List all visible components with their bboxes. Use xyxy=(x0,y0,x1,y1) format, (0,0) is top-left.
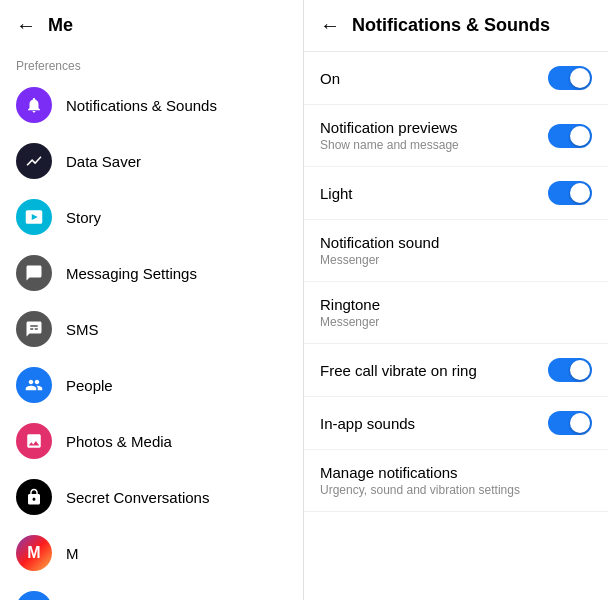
m-icon: M xyxy=(16,535,52,571)
settings-item-notification-sound-left: Notification soundMessenger xyxy=(320,234,439,267)
sidebar-item-story[interactable]: Story xyxy=(0,189,303,245)
sidebar-item-photos[interactable]: Photos & Media xyxy=(0,413,303,469)
right-panel: ← Notifications & Sounds OnNotification … xyxy=(304,0,608,600)
sidebar-item-data-saver[interactable]: Data Saver xyxy=(0,133,303,189)
settings-item-notification-previews-label: Notification previews xyxy=(320,119,459,136)
settings-item-in-app-sounds-left: In-app sounds xyxy=(320,415,415,432)
story-icon xyxy=(16,199,52,235)
settings-item-manage-notifications-sublabel: Urgency, sound and vibration settings xyxy=(320,483,520,497)
sms-label: SMS xyxy=(66,321,287,338)
settings-item-light-left: Light xyxy=(320,185,353,202)
settings-item-free-call-vibrate: Free call vibrate on ring xyxy=(304,344,608,397)
sidebar-item-m[interactable]: MM xyxy=(0,525,303,581)
sidebar-item-translation[interactable]: Translation xyxy=(0,581,303,600)
photos-icon xyxy=(16,423,52,459)
notifications-icon xyxy=(16,87,52,123)
settings-item-on-left: On xyxy=(320,70,340,87)
right-settings-list: OnNotification previewsShow name and mes… xyxy=(304,52,608,512)
data-saver-icon xyxy=(16,143,52,179)
free-call-vibrate-toggle[interactable] xyxy=(548,358,592,382)
notification-previews-toggle[interactable] xyxy=(548,124,592,148)
settings-item-in-app-sounds: In-app sounds xyxy=(304,397,608,450)
sidebar-item-people[interactable]: People xyxy=(0,357,303,413)
settings-item-light: Light xyxy=(304,167,608,220)
settings-item-free-call-vibrate-label: Free call vibrate on ring xyxy=(320,362,477,379)
on-toggle[interactable] xyxy=(548,66,592,90)
people-icon xyxy=(16,367,52,403)
photos-label: Photos & Media xyxy=(66,433,287,450)
settings-item-manage-notifications-left: Manage notificationsUrgency, sound and v… xyxy=(320,464,520,497)
settings-item-notification-previews: Notification previewsShow name and messa… xyxy=(304,105,608,167)
translation-icon xyxy=(16,591,52,600)
right-panel-title: Notifications & Sounds xyxy=(352,15,550,36)
people-label: People xyxy=(66,377,287,394)
settings-item-in-app-sounds-label: In-app sounds xyxy=(320,415,415,432)
story-label: Story xyxy=(66,209,287,226)
settings-item-notification-sound-label: Notification sound xyxy=(320,234,439,251)
m-label: M xyxy=(66,545,287,562)
sidebar-item-notifications[interactable]: Notifications & Sounds xyxy=(0,77,303,133)
settings-item-notification-sound-sublabel: Messenger xyxy=(320,253,439,267)
left-back-arrow[interactable]: ← xyxy=(16,14,36,37)
settings-item-notification-previews-sublabel: Show name and message xyxy=(320,138,459,152)
settings-item-free-call-vibrate-left: Free call vibrate on ring xyxy=(320,362,477,379)
left-menu-list: Notifications & SoundsData SaverStoryMes… xyxy=(0,77,303,600)
settings-item-ringtone[interactable]: RingtoneMessenger xyxy=(304,282,608,344)
messaging-icon xyxy=(16,255,52,291)
section-preferences-label: Preferences xyxy=(0,51,303,77)
left-header: ← Me xyxy=(0,0,303,51)
settings-item-manage-notifications-label: Manage notifications xyxy=(320,464,520,481)
settings-item-light-label: Light xyxy=(320,185,353,202)
settings-item-notification-sound[interactable]: Notification soundMessenger xyxy=(304,220,608,282)
secret-label: Secret Conversations xyxy=(66,489,287,506)
settings-item-on: On xyxy=(304,52,608,105)
left-panel: ← Me Preferences Notifications & SoundsD… xyxy=(0,0,304,600)
data-saver-label: Data Saver xyxy=(66,153,287,170)
right-back-arrow[interactable]: ← xyxy=(320,14,340,37)
secret-icon xyxy=(16,479,52,515)
right-header: ← Notifications & Sounds xyxy=(304,0,608,52)
notifications-label: Notifications & Sounds xyxy=(66,97,287,114)
light-toggle[interactable] xyxy=(548,181,592,205)
messaging-label: Messaging Settings xyxy=(66,265,287,282)
left-panel-title: Me xyxy=(48,15,73,36)
sidebar-item-messaging[interactable]: Messaging Settings xyxy=(0,245,303,301)
sms-icon xyxy=(16,311,52,347)
settings-item-ringtone-label: Ringtone xyxy=(320,296,380,313)
sidebar-item-secret[interactable]: Secret Conversations xyxy=(0,469,303,525)
settings-item-notification-previews-left: Notification previewsShow name and messa… xyxy=(320,119,459,152)
settings-item-ringtone-left: RingtoneMessenger xyxy=(320,296,380,329)
in-app-sounds-toggle[interactable] xyxy=(548,411,592,435)
sidebar-item-sms[interactable]: SMS xyxy=(0,301,303,357)
settings-item-manage-notifications[interactable]: Manage notificationsUrgency, sound and v… xyxy=(304,450,608,512)
settings-item-ringtone-sublabel: Messenger xyxy=(320,315,380,329)
settings-item-on-label: On xyxy=(320,70,340,87)
